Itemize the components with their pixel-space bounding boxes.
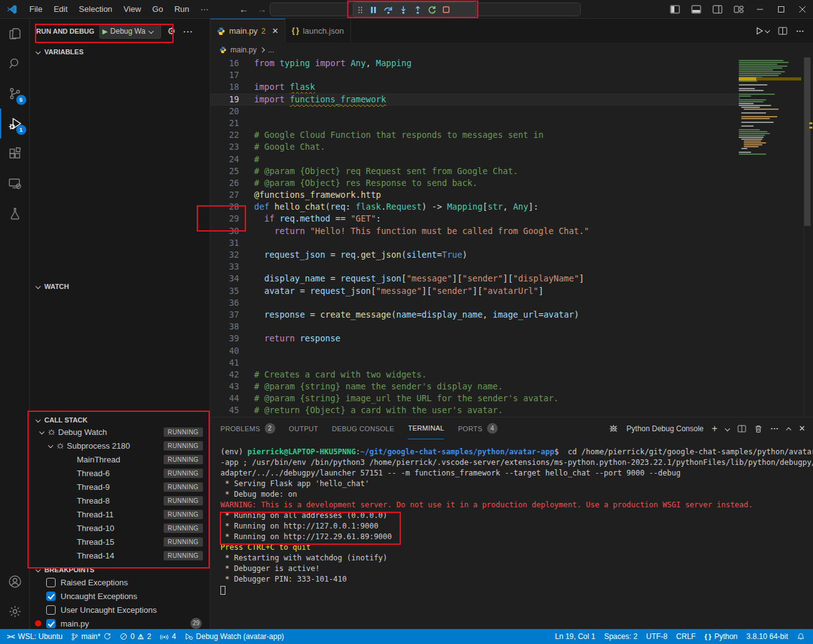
panel-tab-debug-console[interactable]: DEBUG CONSOLE <box>332 417 395 439</box>
code-editor[interactable]: 16from typing import Any, Mapping1718imp… <box>210 57 739 417</box>
tab-close-icon[interactable]: ✕ <box>272 26 278 36</box>
call-stack-row[interactable]: Thread-11RUNNING <box>30 507 210 521</box>
remote-explorer-icon[interactable] <box>0 168 30 198</box>
call-stack-row[interactable]: Thread-15RUNNING <box>30 535 210 549</box>
toggle-sidebar-icon[interactable] <box>664 0 686 19</box>
start-debug-icon[interactable]: ▶ <box>102 27 107 36</box>
checkbox[interactable] <box>46 592 56 601</box>
line-number[interactable]: 23 <box>210 141 239 153</box>
line-number[interactable]: 18 <box>210 81 239 93</box>
line-number[interactable]: 20 <box>210 105 239 117</box>
panel-tab-terminal[interactable]: TERMINAL <box>408 417 444 439</box>
panel-tab-problems[interactable]: PROBLEMS2 <box>220 417 275 439</box>
line-number[interactable]: 45 <box>210 404 239 416</box>
panel-tab-output[interactable]: OUTPUT <box>289 417 318 439</box>
call-stack-row[interactable]: Debug WatchRUNNING <box>30 425 210 439</box>
problems-summary[interactable]: 0 ⚠ 2 <box>116 629 155 644</box>
line-number[interactable]: 24 <box>210 154 239 165</box>
line-number[interactable]: 42 <box>210 369 239 381</box>
line-number[interactable]: 30 <box>210 225 239 237</box>
breakpoint-item[interactable]: User Uncaught Exceptions <box>30 603 210 617</box>
line-number[interactable]: 21 <box>210 117 239 129</box>
run-python-file-icon[interactable] <box>756 27 769 35</box>
forward-arrow-icon[interactable]: → <box>257 4 267 14</box>
call-stack-row[interactable]: Thread-6RUNNING <box>30 466 210 480</box>
debug-config-dropdown[interactable]: ▶ Debug Wa <box>99 24 161 39</box>
new-terminal-icon[interactable]: + <box>712 423 717 434</box>
terminal-dropdown-icon[interactable] <box>725 426 730 431</box>
split-editor-icon[interactable] <box>778 27 787 35</box>
menu-file[interactable]: File <box>24 4 48 14</box>
line-number[interactable]: 28 <box>210 201 239 213</box>
pause-icon[interactable] <box>369 6 378 14</box>
tab-launch-json[interactable]: { } launch.json <box>285 19 351 42</box>
breadcrumb[interactable]: main.py ... <box>210 42 813 57</box>
language-mode[interactable]: { } Python <box>700 629 742 644</box>
menu-selection[interactable]: Selection <box>73 4 117 14</box>
toolbar-drag-grip-icon[interactable] <box>357 6 363 14</box>
encoding[interactable]: UTF-8 <box>642 629 672 644</box>
explorer-icon[interactable] <box>0 19 30 49</box>
breadcrumb-more[interactable]: ... <box>268 46 274 54</box>
line-number[interactable]: 41 <box>210 357 239 369</box>
forwarded-ports[interactable]: 4 <box>155 629 180 644</box>
editor-more-actions-icon[interactable]: ··· <box>796 26 804 36</box>
terminal-output[interactable]: (env) pierrick@LAPTOP-HKU5PNNG:~/git/goo… <box>220 447 807 595</box>
call-stack-row[interactable]: Thread-9RUNNING <box>30 480 210 494</box>
debug-settings-gear-icon[interactable]: ⚙ <box>167 26 175 37</box>
line-number[interactable]: 31 <box>210 237 239 249</box>
line-number[interactable]: 34 <box>210 273 239 285</box>
cursor-position[interactable]: Ln 19, Col 1 <box>551 629 600 644</box>
breakpoint-item[interactable]: main.py29 <box>30 617 210 630</box>
menu-edit[interactable]: Edit <box>48 4 73 14</box>
panel-tab-ports[interactable]: PORTS4 <box>458 417 497 439</box>
maximize-icon[interactable] <box>771 0 792 19</box>
line-number[interactable]: 19 <box>210 94 239 105</box>
menu-view[interactable]: View <box>118 4 147 14</box>
python-interpreter[interactable]: 3.8.10 64-bit <box>742 629 792 644</box>
customize-layout-icon[interactable] <box>728 0 749 19</box>
kill-terminal-icon[interactable] <box>754 424 762 433</box>
line-number[interactable]: 33 <box>210 261 239 273</box>
line-number[interactable]: 16 <box>210 57 239 69</box>
terminal-profile-label[interactable]: Python Debug Console <box>626 424 703 433</box>
remote-indicator[interactable]: >< WSL: Ubuntu <box>2 629 67 644</box>
stop-icon[interactable] <box>442 6 450 14</box>
call-stack-row[interactable]: MainThreadRUNNING <box>30 452 210 466</box>
line-number[interactable]: 38 <box>210 321 239 333</box>
step-into-icon[interactable] <box>399 6 408 14</box>
testing-icon[interactable] <box>0 198 30 228</box>
maximize-panel-icon[interactable] <box>786 427 791 432</box>
line-number[interactable]: 43 <box>210 381 239 393</box>
source-control-icon[interactable]: 5 <box>0 79 30 109</box>
call-stack-section-header[interactable]: CALL STACK <box>30 414 210 426</box>
account-icon[interactable] <box>0 567 30 597</box>
line-number[interactable]: 25 <box>210 165 239 177</box>
extensions-icon[interactable] <box>0 139 30 168</box>
line-number[interactable]: 44 <box>210 393 239 404</box>
back-arrow-icon[interactable]: ← <box>239 4 249 14</box>
step-over-icon[interactable] <box>383 6 393 14</box>
minimize-icon[interactable] <box>749 0 771 19</box>
step-out-icon[interactable] <box>413 6 422 14</box>
line-number[interactable]: 37 <box>210 309 239 321</box>
close-window-icon[interactable] <box>792 0 813 19</box>
call-stack-row[interactable]: Thread-8RUNNING <box>30 494 210 507</box>
line-number[interactable]: 35 <box>210 285 239 297</box>
line-number[interactable]: 17 <box>210 69 239 81</box>
tab-main-py[interactable]: main.py 2 ✕ <box>210 19 285 42</box>
toggle-secondary-sidebar-icon[interactable] <box>707 0 728 19</box>
menu-[interactable]: ··· <box>195 4 214 14</box>
line-number[interactable]: 26 <box>210 177 239 189</box>
line-number[interactable]: 29 <box>210 213 239 225</box>
line-number[interactable]: 22 <box>210 129 239 141</box>
line-number[interactable]: 40 <box>210 345 239 357</box>
breakpoint-item[interactable]: Raised Exceptions <box>30 575 210 589</box>
notifications-bell-icon[interactable] <box>792 629 809 644</box>
line-number[interactable]: 27 <box>210 189 239 201</box>
search-icon[interactable] <box>0 49 30 79</box>
line-number[interactable]: 39 <box>210 333 239 344</box>
eol-sequence[interactable]: CRLF <box>672 629 700 644</box>
menu-run[interactable]: Run <box>169 4 195 14</box>
checkbox[interactable] <box>46 578 56 587</box>
